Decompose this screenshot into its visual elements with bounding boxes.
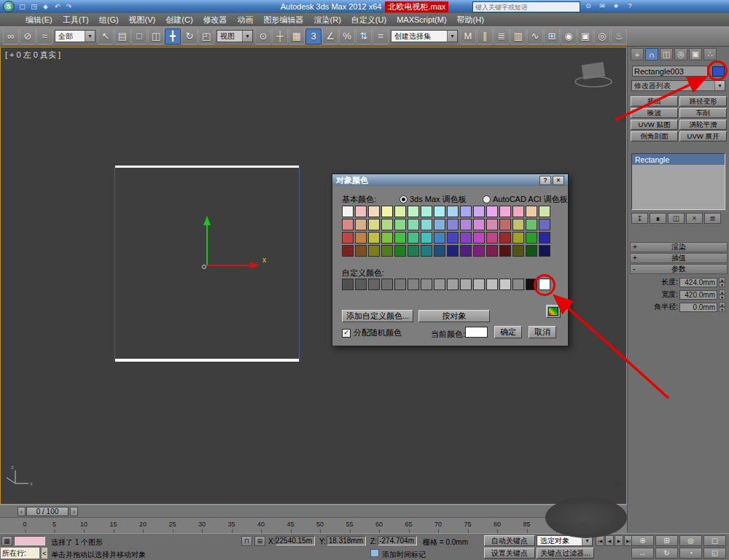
basic-color-swatch[interactable] bbox=[447, 206, 459, 217]
use-pivot-point-center-icon[interactable]: ⊙ bbox=[255, 28, 271, 44]
tab-utilities[interactable]: ∴ bbox=[703, 48, 717, 61]
mirror-icon[interactable]: M bbox=[460, 28, 476, 44]
align-icon[interactable]: ∥ bbox=[477, 28, 493, 44]
modifier-preset-button[interactable]: 挤出 bbox=[631, 96, 678, 106]
select-object-icon[interactable]: ↖ bbox=[98, 28, 114, 44]
basic-color-swatch[interactable] bbox=[539, 206, 550, 217]
assign-random-colors-checkbox[interactable]: ✓ 分配随机颜色 bbox=[342, 327, 402, 338]
basic-color-swatch[interactable] bbox=[381, 232, 393, 244]
modifier-list-dropdown[interactable]: 修改器列表 ▾ bbox=[631, 80, 725, 91]
unlink-selection-icon[interactable]: ⊘ bbox=[20, 28, 36, 44]
basic-color-swatch[interactable] bbox=[421, 245, 432, 257]
menu-item[interactable]: 组(G) bbox=[94, 13, 124, 26]
rollout-header[interactable]: +渲染 bbox=[630, 242, 728, 252]
param-field[interactable]: 424.0mm bbox=[679, 278, 717, 287]
modifier-preset-button[interactable]: 噪波 bbox=[631, 108, 678, 118]
track-bar-ruler[interactable]: 0510152025303540455055606570758085909510… bbox=[0, 517, 627, 533]
radio-3dsmax-palette[interactable]: 3ds Max 调色板 bbox=[399, 194, 467, 205]
add-time-tag[interactable]: 添加时间标记 bbox=[382, 550, 426, 560]
custom-color-swatch[interactable] bbox=[473, 279, 485, 290]
spinner-down-icon[interactable]: ▾ bbox=[719, 282, 725, 287]
basic-color-swatch[interactable] bbox=[512, 206, 524, 217]
curve-editor-icon[interactable]: ∿ bbox=[527, 28, 543, 44]
basic-color-swatch[interactable] bbox=[421, 206, 432, 217]
menu-item[interactable]: 修改器 bbox=[198, 13, 233, 26]
menu-item[interactable]: 自定义(U) bbox=[346, 13, 391, 26]
menu-item[interactable]: 帮助(H) bbox=[452, 13, 489, 26]
spinner-down-icon[interactable]: ▾ bbox=[719, 307, 725, 312]
current-color-swatch[interactable] bbox=[465, 327, 488, 338]
basic-color-swatch[interactable] bbox=[381, 206, 393, 217]
custom-color-swatch[interactable] bbox=[394, 279, 406, 290]
custom-color-swatch[interactable] bbox=[381, 279, 393, 290]
listener-scroll-button[interactable]: < bbox=[41, 547, 48, 559]
window-crossing-icon[interactable]: ◫ bbox=[148, 28, 164, 44]
layer-manager-icon[interactable]: ≣ bbox=[494, 28, 510, 44]
rollout-header[interactable]: -参数 bbox=[630, 264, 728, 274]
basic-color-swatch[interactable] bbox=[486, 219, 498, 230]
maxscript-mini-listener-toggle[interactable]: ▦ bbox=[1, 536, 12, 546]
field-of-view-button[interactable]: ◔ bbox=[679, 548, 702, 559]
keyboard-shortcut-override-icon[interactable]: ▦ bbox=[289, 28, 305, 44]
help-icon[interactable]: ? bbox=[625, 1, 635, 11]
search-input[interactable] bbox=[473, 4, 580, 11]
rendered-frame-window-icon[interactable]: ◎ bbox=[594, 28, 610, 44]
rectangle-shape-top-edge[interactable] bbox=[114, 166, 300, 168]
select-and-link-icon[interactable]: ∞ bbox=[3, 28, 19, 44]
menu-item[interactable]: 工具(T) bbox=[58, 13, 94, 26]
custom-color-swatch[interactable] bbox=[499, 279, 511, 290]
previous-frame-button[interactable]: ◀ bbox=[605, 535, 614, 546]
modifier-preset-button[interactable]: 车削 bbox=[679, 108, 727, 118]
x-coord-field[interactable]: 22540.15m bbox=[276, 536, 315, 545]
basic-color-swatch[interactable] bbox=[526, 219, 537, 230]
pin-stack-icon[interactable]: ↧ bbox=[631, 213, 648, 224]
ok-button[interactable]: 确定 bbox=[494, 326, 522, 338]
custom-color-swatch[interactable] bbox=[434, 279, 445, 290]
rollout-header[interactable]: +插值 bbox=[630, 253, 728, 263]
radio-acad-palette[interactable]: AutoCAD ACI 调色板 bbox=[483, 194, 568, 205]
basic-color-swatch[interactable] bbox=[394, 219, 406, 230]
basic-color-swatch[interactable] bbox=[447, 219, 459, 230]
rectangle-shape-left-edge[interactable] bbox=[114, 166, 115, 362]
basic-color-swatch[interactable] bbox=[486, 206, 498, 217]
set-key-button[interactable]: 设置关键点 bbox=[484, 548, 535, 559]
rollout-toggle-icon[interactable]: + bbox=[633, 243, 637, 252]
basic-color-swatch[interactable] bbox=[526, 232, 537, 244]
basic-color-swatch[interactable] bbox=[355, 245, 367, 257]
basic-color-swatch[interactable] bbox=[499, 245, 511, 257]
basic-color-swatch[interactable] bbox=[447, 232, 459, 244]
basic-color-swatch[interactable] bbox=[408, 232, 419, 244]
time-slider-track[interactable]: ‹ 0 / 100 › bbox=[0, 505, 627, 517]
basic-color-swatch[interactable] bbox=[355, 206, 367, 217]
favorites-icon[interactable]: ★ bbox=[611, 1, 621, 11]
selection-filter-dropdown[interactable]: 全部▾ bbox=[55, 30, 95, 42]
basic-color-swatch[interactable] bbox=[499, 219, 511, 230]
chevron-down-icon[interactable]: ▾ bbox=[447, 31, 457, 42]
basic-color-swatch[interactable] bbox=[421, 232, 432, 244]
param-spinner[interactable]: ▴▾ bbox=[719, 277, 725, 287]
next-frame-arrow[interactable]: › bbox=[70, 507, 78, 516]
param-field[interactable]: 0.0mm bbox=[679, 303, 717, 312]
object-name-field[interactable] bbox=[632, 66, 708, 77]
select-by-name-icon[interactable]: ▤ bbox=[114, 28, 130, 44]
param-field[interactable]: 420.0mm bbox=[679, 290, 717, 300]
viewport-label[interactable]: [ + 0 左 0 真实 ] bbox=[5, 50, 61, 61]
basic-color-swatch[interactable] bbox=[381, 245, 393, 257]
basic-color-swatch[interactable] bbox=[394, 245, 406, 257]
menu-item[interactable]: 创建(C) bbox=[160, 13, 198, 26]
custom-color-swatch[interactable] bbox=[447, 279, 459, 290]
z-coord-field[interactable]: -274.704m bbox=[378, 536, 417, 545]
custom-color-swatch[interactable] bbox=[486, 279, 498, 290]
modifier-preset-button[interactable]: 路径变形 bbox=[679, 96, 727, 106]
custom-color-swatch[interactable] bbox=[539, 279, 550, 290]
schematic-view-icon[interactable]: ⊞ bbox=[544, 28, 560, 44]
basic-color-swatch[interactable] bbox=[460, 219, 472, 230]
auto-key-button[interactable]: 自动关键点 bbox=[484, 535, 535, 546]
basic-color-swatch[interactable] bbox=[368, 219, 380, 230]
menu-item[interactable]: 视图(V) bbox=[124, 13, 161, 26]
rectangle-shape-right-edge[interactable] bbox=[299, 166, 300, 362]
custom-color-swatch[interactable] bbox=[368, 279, 380, 290]
basic-color-swatch[interactable] bbox=[394, 206, 406, 217]
dialog-close-button[interactable]: × bbox=[553, 176, 564, 185]
select-and-rotate-icon[interactable]: ↻ bbox=[182, 28, 198, 44]
